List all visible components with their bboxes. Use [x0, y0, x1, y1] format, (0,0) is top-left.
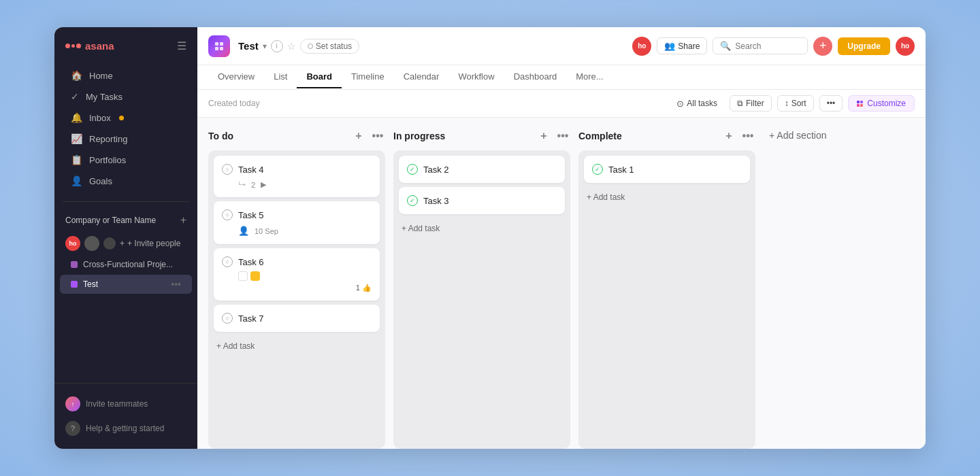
logo-dot-mid — [71, 44, 75, 48]
tab-timeline[interactable]: Timeline — [342, 66, 394, 88]
created-text: Created today — [208, 99, 259, 108]
add-button[interactable]: + — [813, 37, 832, 56]
task-card-task7[interactable]: ○ Task 7 — [214, 305, 380, 332]
column-header-todo: To do + ••• — [208, 129, 385, 150]
invite-teammates-label: Invite teammates — [86, 399, 148, 409]
toolbar: Created today ⊙ All tasks ⧉ Filter ↕ Sor… — [197, 90, 926, 118]
task-check-task7[interactable]: ○ — [222, 313, 233, 324]
sidebar-item-portfolios[interactable]: 📋 Portfolios — [60, 150, 192, 170]
upgrade-label: Upgrade — [847, 41, 881, 51]
add-section-label: + Add section — [769, 130, 826, 141]
tab-workflow[interactable]: Workflow — [448, 66, 504, 88]
tab-more-label: More... — [576, 71, 603, 82]
more-options-button[interactable]: ••• — [819, 95, 843, 112]
sidebar-item-reporting[interactable]: 📈 Reporting — [60, 129, 192, 149]
task-title-row-task6: ○ Task 6 — [222, 256, 372, 267]
filter-button[interactable]: ⧉ Filter — [730, 95, 772, 112]
task-check-task6[interactable]: ○ — [222, 256, 233, 267]
tab-board[interactable]: Board — [297, 66, 342, 88]
team-name-label: Company or Team Name — [65, 216, 156, 225]
sort-button[interactable]: ↕ Sort — [777, 95, 814, 112]
sidebar-item-inbox[interactable]: 🔔 Inbox — [60, 107, 192, 128]
sidebar-nav: 🏠 Home ✓ My Tasks 🔔 Inbox 📈 Reporting 📋 … — [54, 62, 197, 194]
tab-overview[interactable]: Overview — [208, 66, 264, 88]
customize-grid-icon — [857, 101, 863, 107]
project-more-icon[interactable]: ••• — [171, 279, 181, 290]
sidebar-item-my-tasks-label: My Tasks — [86, 92, 122, 102]
add-task-button-in-progress[interactable]: + Add task — [399, 218, 565, 239]
customize-cell-4 — [860, 104, 863, 107]
avatar-topbar-right[interactable]: ho — [896, 37, 915, 56]
avatar-ho: ho — [65, 236, 80, 251]
all-tasks-button[interactable]: ⊙ All tasks — [670, 96, 724, 112]
add-team-icon[interactable]: + — [180, 214, 186, 226]
task-card-task5[interactable]: ○ Task 5 👤 10 Sep — [214, 201, 380, 244]
column-add-icon-in-progress[interactable]: + — [536, 129, 551, 143]
title-info-icon[interactable]: i — [271, 40, 283, 52]
column-more-icon-complete[interactable]: ••• — [740, 129, 755, 143]
sidebar-item-help[interactable]: ? Help & getting started — [54, 416, 197, 441]
task-card-task3[interactable]: ✓ Task 3 — [399, 187, 565, 214]
title-chevron-icon[interactable]: ▾ — [263, 41, 267, 51]
project-label-cross-functional: Cross-Functional Proje... — [83, 260, 173, 269]
add-task-button-complete[interactable]: + Add task — [584, 187, 750, 207]
task-check-task1[interactable]: ✓ — [592, 164, 603, 175]
sidebar-item-my-tasks[interactable]: ✓ My Tasks — [60, 86, 192, 107]
task-check-task4[interactable]: ○ — [222, 164, 233, 175]
sidebar-item-test[interactable]: Test ••• — [60, 275, 192, 294]
task-check-task3[interactable]: ✓ — [407, 195, 418, 206]
search-input[interactable] — [735, 41, 796, 51]
filter-label: Filter — [746, 99, 764, 108]
all-tasks-icon: ⊙ — [676, 99, 684, 109]
avatar-topbar-left[interactable]: ho — [632, 37, 651, 56]
add-task-label-todo: + Add task — [216, 341, 255, 351]
project-label-test: Test — [83, 279, 98, 289]
tab-dashboard-label: Dashboard — [514, 71, 557, 82]
filter-icon: ⧉ — [737, 99, 743, 108]
invite-people-btn[interactable]: + + Invite people — [120, 239, 180, 248]
add-section-button[interactable]: + Add section — [769, 130, 826, 141]
task-check-task5[interactable]: ○ — [222, 209, 233, 220]
tab-list-label: List — [274, 71, 287, 82]
more-options-label: ••• — [827, 99, 836, 108]
tab-calendar[interactable]: Calendar — [394, 66, 449, 88]
upgrade-button[interactable]: Upgrade — [838, 37, 890, 55]
column-add-icon-complete[interactable]: + — [721, 129, 736, 143]
task-card-task4[interactable]: ○ Task 4 ⮡ 2 ▶ — [214, 156, 380, 197]
tab-more[interactable]: More... — [566, 66, 612, 88]
project-dot-cross-functional — [71, 261, 78, 268]
task-card-task1[interactable]: ✓ Task 1 — [584, 156, 750, 183]
sidebar: asana ☰ 🏠 Home ✓ My Tasks 🔔 Inbox 📈 Repo… — [54, 27, 197, 449]
task-title-task6: Task 6 — [238, 257, 264, 267]
share-button[interactable]: 👥 Share — [657, 37, 707, 54]
sidebar-item-home[interactable]: 🏠 Home — [60, 65, 192, 86]
task-card-task2[interactable]: ✓ Task 2 — [399, 156, 565, 183]
inbox-notification-dot — [119, 116, 124, 120]
tab-dashboard[interactable]: Dashboard — [504, 66, 567, 88]
sidebar-item-cross-functional[interactable]: Cross-Functional Proje... — [60, 256, 192, 273]
project-icon-cell-1 — [215, 42, 218, 46]
title-star-icon[interactable]: ☆ — [287, 41, 296, 52]
task-title-row-task3: ✓ Task 3 — [407, 195, 557, 206]
tab-calendar-label: Calendar — [404, 71, 440, 82]
column-body-todo: ○ Task 4 ⮡ 2 ▶ ○ Task 5 — [208, 150, 385, 449]
project-dot-test — [71, 281, 78, 288]
add-task-label-complete: + Add task — [587, 192, 625, 202]
sidebar-item-goals[interactable]: 👤 Goals — [60, 171, 192, 191]
board-area: To do + ••• ○ Task 4 ⮡ 2 ▶ — [197, 118, 926, 449]
column-add-icon-todo[interactable]: + — [351, 129, 366, 143]
toolbar-right: ⊙ All tasks ⧉ Filter ↕ Sort ••• — [670, 95, 915, 112]
sidebar-logo-area: asana ☰ — [54, 27, 197, 62]
set-status-button[interactable]: Set status — [300, 39, 359, 54]
sidebar-item-invite-teammates[interactable]: ↑ Invite teammates — [54, 392, 197, 416]
set-status-circle — [308, 44, 313, 49]
project-icon-cell-2 — [220, 42, 223, 46]
task-check-task2[interactable]: ✓ — [407, 164, 418, 175]
column-more-icon-todo[interactable]: ••• — [370, 129, 385, 143]
column-more-icon-in-progress[interactable]: ••• — [555, 129, 570, 143]
task-card-task6[interactable]: ○ Task 6 1 👍 — [214, 248, 380, 301]
customize-button[interactable]: Customize — [848, 95, 915, 112]
hamburger-icon[interactable]: ☰ — [177, 39, 186, 52]
tab-list[interactable]: List — [264, 66, 297, 88]
add-task-button-todo[interactable]: + Add task — [214, 336, 380, 356]
